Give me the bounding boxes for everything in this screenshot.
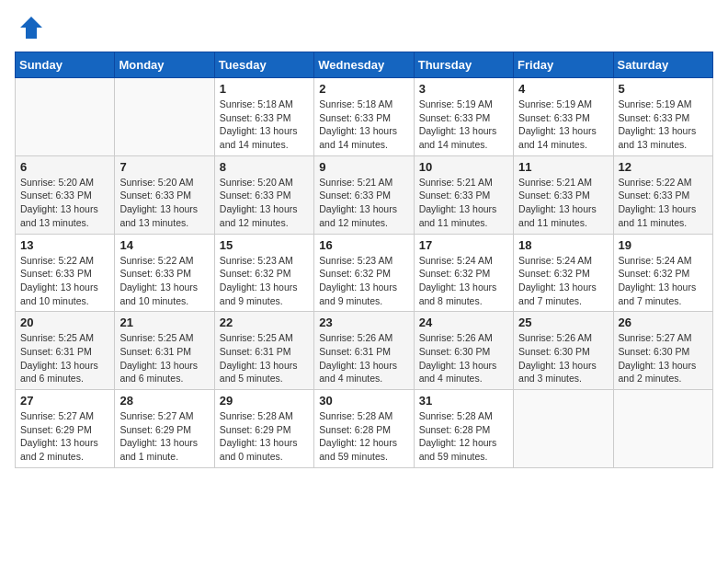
day-number: 22 (220, 316, 309, 329)
day-number: 1 (220, 82, 309, 96)
day-info: Sunrise: 5:25 AM Sunset: 6:31 PM Dayligh… (20, 331, 109, 385)
day-info: Sunrise: 5:19 AM Sunset: 6:33 PM Dayligh… (619, 98, 708, 152)
day-info: Sunrise: 5:18 AM Sunset: 6:33 PM Dayligh… (220, 98, 309, 152)
day-number: 10 (419, 160, 508, 174)
calendar-cell (514, 390, 613, 468)
day-info: Sunrise: 5:23 AM Sunset: 6:32 PM Dayligh… (319, 254, 408, 308)
calendar-cell: 11Sunrise: 5:21 AM Sunset: 6:33 PM Dayli… (514, 155, 613, 234)
calendar-cell: 1Sunrise: 5:18 AM Sunset: 6:33 PM Daylig… (214, 78, 313, 156)
weekday-header-thursday: Thursday (414, 52, 513, 78)
calendar-cell: 8Sunrise: 5:20 AM Sunset: 6:33 PM Daylig… (214, 155, 313, 234)
day-info: Sunrise: 5:20 AM Sunset: 6:33 PM Dayligh… (220, 176, 309, 230)
calendar-cell: 2Sunrise: 5:18 AM Sunset: 6:33 PM Daylig… (314, 78, 414, 156)
calendar-cell: 15Sunrise: 5:23 AM Sunset: 6:32 PM Dayli… (214, 234, 313, 312)
calendar-cell: 19Sunrise: 5:24 AM Sunset: 6:32 PM Dayli… (613, 234, 712, 312)
day-info: Sunrise: 5:27 AM Sunset: 6:29 PM Dayligh… (119, 409, 209, 464)
day-number: 3 (419, 82, 508, 96)
calendar-cell: 16Sunrise: 5:23 AM Sunset: 6:32 PM Dayli… (314, 234, 414, 312)
day-info: Sunrise: 5:28 AM Sunset: 6:28 PM Dayligh… (319, 409, 408, 464)
calendar-cell: 25Sunrise: 5:26 AM Sunset: 6:30 PM Dayli… (514, 312, 613, 390)
logo (15, 15, 44, 40)
day-number: 18 (518, 238, 608, 252)
calendar-week-row: 27Sunrise: 5:27 AM Sunset: 6:29 PM Dayli… (16, 390, 713, 468)
day-info: Sunrise: 5:18 AM Sunset: 6:33 PM Dayligh… (319, 98, 408, 152)
day-number: 29 (220, 394, 309, 408)
day-info: Sunrise: 5:24 AM Sunset: 6:32 PM Dayligh… (419, 254, 508, 308)
day-info: Sunrise: 5:21 AM Sunset: 6:33 PM Dayligh… (319, 176, 408, 230)
calendar-cell: 22Sunrise: 5:25 AM Sunset: 6:31 PM Dayli… (214, 312, 313, 390)
calendar-cell: 6Sunrise: 5:20 AM Sunset: 6:33 PM Daylig… (16, 155, 115, 234)
day-info: Sunrise: 5:28 AM Sunset: 6:29 PM Dayligh… (220, 409, 309, 464)
calendar-cell (16, 78, 115, 156)
day-info: Sunrise: 5:27 AM Sunset: 6:29 PM Dayligh… (20, 409, 109, 464)
day-info: Sunrise: 5:20 AM Sunset: 6:33 PM Dayligh… (119, 176, 209, 230)
day-info: Sunrise: 5:27 AM Sunset: 6:30 PM Dayligh… (619, 331, 708, 385)
day-info: Sunrise: 5:19 AM Sunset: 6:33 PM Dayligh… (518, 98, 608, 152)
calendar-cell: 7Sunrise: 5:20 AM Sunset: 6:33 PM Daylig… (115, 155, 214, 234)
calendar-cell: 14Sunrise: 5:22 AM Sunset: 6:33 PM Dayli… (115, 234, 214, 312)
day-info: Sunrise: 5:20 AM Sunset: 6:33 PM Dayligh… (20, 176, 109, 230)
day-number: 11 (518, 160, 608, 174)
day-info: Sunrise: 5:22 AM Sunset: 6:33 PM Dayligh… (119, 254, 209, 308)
calendar-cell: 17Sunrise: 5:24 AM Sunset: 6:32 PM Dayli… (414, 234, 513, 312)
day-info: Sunrise: 5:26 AM Sunset: 6:30 PM Dayligh… (518, 331, 608, 385)
day-info: Sunrise: 5:22 AM Sunset: 6:33 PM Dayligh… (20, 254, 109, 308)
day-number: 15 (220, 238, 309, 252)
day-number: 24 (419, 316, 508, 329)
day-number: 8 (220, 160, 309, 174)
calendar-week-row: 1Sunrise: 5:18 AM Sunset: 6:33 PM Daylig… (16, 78, 713, 156)
calendar-cell (613, 390, 712, 468)
day-number: 20 (20, 316, 109, 329)
day-number: 7 (119, 160, 209, 174)
weekday-header-monday: Monday (115, 52, 214, 78)
calendar-week-row: 6Sunrise: 5:20 AM Sunset: 6:33 PM Daylig… (16, 155, 713, 234)
day-number: 17 (419, 238, 508, 252)
calendar-week-row: 13Sunrise: 5:22 AM Sunset: 6:33 PM Dayli… (16, 234, 713, 312)
day-number: 13 (20, 238, 109, 252)
calendar-cell: 9Sunrise: 5:21 AM Sunset: 6:33 PM Daylig… (314, 155, 414, 234)
day-info: Sunrise: 5:25 AM Sunset: 6:31 PM Dayligh… (220, 331, 309, 385)
calendar-cell: 30Sunrise: 5:28 AM Sunset: 6:28 PM Dayli… (314, 390, 414, 468)
calendar-cell: 13Sunrise: 5:22 AM Sunset: 6:33 PM Dayli… (16, 234, 115, 312)
weekday-header-saturday: Saturday (613, 52, 712, 78)
weekday-header-wednesday: Wednesday (314, 52, 414, 78)
day-info: Sunrise: 5:24 AM Sunset: 6:32 PM Dayligh… (619, 254, 708, 308)
logo-icon (18, 15, 44, 40)
calendar-cell: 10Sunrise: 5:21 AM Sunset: 6:33 PM Dayli… (414, 155, 513, 234)
calendar-week-row: 20Sunrise: 5:25 AM Sunset: 6:31 PM Dayli… (16, 312, 713, 390)
calendar-cell: 24Sunrise: 5:26 AM Sunset: 6:30 PM Dayli… (414, 312, 513, 390)
weekday-header-row: SundayMondayTuesdayWednesdayThursdayFrid… (16, 52, 713, 78)
day-info: Sunrise: 5:22 AM Sunset: 6:33 PM Dayligh… (619, 176, 708, 230)
day-info: Sunrise: 5:28 AM Sunset: 6:28 PM Dayligh… (419, 409, 508, 464)
day-info: Sunrise: 5:25 AM Sunset: 6:31 PM Dayligh… (119, 331, 209, 385)
weekday-header-tuesday: Tuesday (214, 52, 313, 78)
calendar-cell: 26Sunrise: 5:27 AM Sunset: 6:30 PM Dayli… (613, 312, 712, 390)
calendar-cell (115, 78, 214, 156)
day-number: 14 (119, 238, 209, 252)
calendar-cell: 31Sunrise: 5:28 AM Sunset: 6:28 PM Dayli… (414, 390, 513, 468)
page-header (15, 15, 713, 40)
day-number: 23 (319, 316, 408, 329)
calendar-cell: 29Sunrise: 5:28 AM Sunset: 6:29 PM Dayli… (214, 390, 313, 468)
weekday-header-sunday: Sunday (16, 52, 115, 78)
calendar-cell: 5Sunrise: 5:19 AM Sunset: 6:33 PM Daylig… (613, 78, 712, 156)
day-number: 27 (20, 394, 109, 408)
day-number: 26 (619, 316, 708, 329)
day-info: Sunrise: 5:24 AM Sunset: 6:32 PM Dayligh… (518, 254, 608, 308)
day-info: Sunrise: 5:21 AM Sunset: 6:33 PM Dayligh… (518, 176, 608, 230)
calendar-cell: 27Sunrise: 5:27 AM Sunset: 6:29 PM Dayli… (16, 390, 115, 468)
day-number: 16 (319, 238, 408, 252)
day-info: Sunrise: 5:26 AM Sunset: 6:30 PM Dayligh… (419, 331, 508, 385)
calendar-cell: 28Sunrise: 5:27 AM Sunset: 6:29 PM Dayli… (115, 390, 214, 468)
calendar-cell: 4Sunrise: 5:19 AM Sunset: 6:33 PM Daylig… (514, 78, 613, 156)
day-number: 28 (119, 394, 209, 408)
day-number: 5 (619, 82, 708, 96)
day-info: Sunrise: 5:23 AM Sunset: 6:32 PM Dayligh… (220, 254, 309, 308)
day-number: 4 (518, 82, 608, 96)
calendar-cell: 12Sunrise: 5:22 AM Sunset: 6:33 PM Dayli… (613, 155, 712, 234)
day-number: 19 (619, 238, 708, 252)
day-number: 30 (319, 394, 408, 408)
day-number: 2 (319, 82, 408, 96)
day-number: 25 (518, 316, 608, 329)
weekday-header-friday: Friday (514, 52, 613, 78)
